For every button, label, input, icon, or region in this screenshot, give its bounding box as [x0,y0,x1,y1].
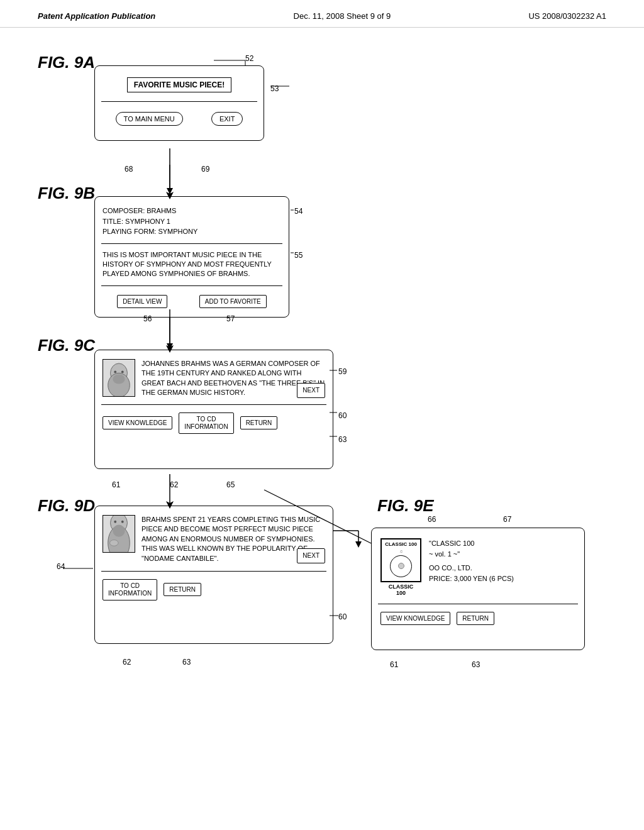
fig9d-label: FIG. 9D [38,496,95,516]
fig9b-description: THIS IS MOST IMPORTANT MUSIC PIECE IN TH… [101,248,282,282]
ref-54: 54 [294,207,303,216]
svg-point-20 [113,525,125,537]
fig9c-box: JOHANNES BRAHMS WAS A GERMAN COMPOSER OF… [94,350,333,469]
ref-61-9e: 61 [390,660,398,669]
svg-marker-1 [167,188,173,194]
ref-67: 67 [503,515,511,524]
cd-cover: CLASSIC 100 ♫ CLASSIC100 [380,538,421,596]
svg-point-13 [121,370,124,373]
svg-marker-3 [167,343,173,350]
to-cd-info-button-9d[interactable]: TO CDINFORMATION [103,579,157,600]
fig9e-price-info: OO CO., LTD.PRICE: 3,000 YEN (6 PCS) [429,563,575,584]
fig9c-buttons: VIEW KNOWLEDGE TO CDINFORMATION RETURN [101,409,326,436]
to-cd-info-button-9c[interactable]: TO CDINFORMATION [179,412,233,434]
svg-point-19 [121,521,124,523]
fig9b-label: FIG. 9B [38,184,95,203]
fig9c-content: JOHANNES BRAHMS WAS A GERMAN COMPOSER OF… [101,357,326,401]
fig9d-next-btn[interactable]: NEXT [297,548,325,563]
fig9e-title: "CLASSIC 100~ vol. 1 ~" [429,538,575,559]
view-knowledge-button-9c[interactable]: VIEW KNOWLEDGE [103,416,172,429]
ref-65: 65 [226,480,235,489]
fig9a-buttons: TO MAIN MENU EXIT [101,106,257,131]
fig9d-content: BRAHMS SPENT 21 YEARS COMPLETING THIS MU… [101,512,326,566]
fig9e-buttons: VIEW KNOWLEDGE RETURN [378,608,578,628]
fig9e-info: "CLASSIC 100~ vol. 1 ~" OO CO., LTD.PRIC… [429,538,575,584]
header-center: Dec. 11, 2008 Sheet 9 of 9 [294,11,391,21]
exit-button[interactable]: EXIT [211,112,243,126]
patent-header: Patent Application Publication Dec. 11, … [0,0,644,28]
fig9e-box: CLASSIC 100 ♫ CLASSIC100 "CLASSIC 100~ v… [371,528,585,650]
ref-66: 66 [428,515,436,524]
fig9a-title-section: FAVORITE MUSIC PIECE! [101,72,257,97]
ref-64: 64 [57,562,65,571]
ref-60-9c: 60 [338,411,347,420]
svg-point-12 [114,370,116,373]
ref-56: 56 [143,314,152,323]
to-main-menu-button[interactable]: TO MAIN MENU [116,112,183,126]
ref-68: 68 [125,165,133,174]
fig9b-buttons: DETAIL VIEW ADD TO FAVORITE [101,290,282,311]
ref-63-9e: 63 [472,660,480,669]
fig9b-box: COMPOSER: BRAHMS TITLE: SYMPHONY 1 PLAYI… [94,196,289,318]
svg-marker-8 [355,541,362,548]
fig9d-buttons: TO CDINFORMATION RETURN [101,575,326,603]
view-knowledge-button-9e[interactable]: VIEW KNOWLEDGE [380,612,450,625]
fig9c-label: FIG. 9C [38,336,95,355]
ref-63-9c: 63 [338,435,347,444]
ref-55: 55 [294,251,303,260]
ref-62-9d: 62 [123,658,131,667]
return-button-9c[interactable]: RETURN [240,416,278,429]
fig9e-top: CLASSIC 100 ♫ CLASSIC100 "CLASSIC 100~ v… [378,534,578,600]
header-left: Patent Application Publication [38,11,155,21]
ref-60-9d: 60 [338,612,347,621]
fig9a-label: FIG. 9A [38,53,95,72]
brahms-portrait [103,359,135,397]
ref-62-9c: 62 [170,480,178,489]
fig9e-label: FIG. 9E [377,496,434,516]
add-to-favorite-button[interactable]: ADD TO FAVORITE [199,295,267,308]
ref-53: 53 [270,84,279,93]
fig9d-box: BRAHMS SPENT 21 YEARS COMPLETING THIS MU… [94,506,333,644]
svg-point-21 [110,540,118,546]
fig9a-title: FAVORITE MUSIC PIECE! [127,77,231,92]
ref-57: 57 [226,314,235,323]
return-button-9e[interactable]: RETURN [457,612,494,625]
header-right: US 2008/0302232 A1 [528,11,606,21]
svg-point-14 [113,374,125,384]
ref-59: 59 [338,367,347,376]
fig9a-box: FAVORITE MUSIC PIECE! TO MAIN MENU EXIT [94,65,264,141]
detail-view-button[interactable]: DETAIL VIEW [117,295,167,308]
svg-point-18 [114,521,116,523]
return-button-9d[interactable]: RETURN [164,583,201,596]
fig9c-next-btn[interactable]: NEXT [297,383,325,398]
brahms-portrait-9d [103,515,135,553]
ref-63-9d: 63 [182,658,191,667]
ref-69: 69 [201,165,209,174]
ref-52: 52 [245,54,253,63]
ref-61-9c: 61 [112,480,120,489]
fig9b-info: COMPOSER: BRAHMS TITLE: SYMPHONY 1 PLAYI… [101,203,282,240]
